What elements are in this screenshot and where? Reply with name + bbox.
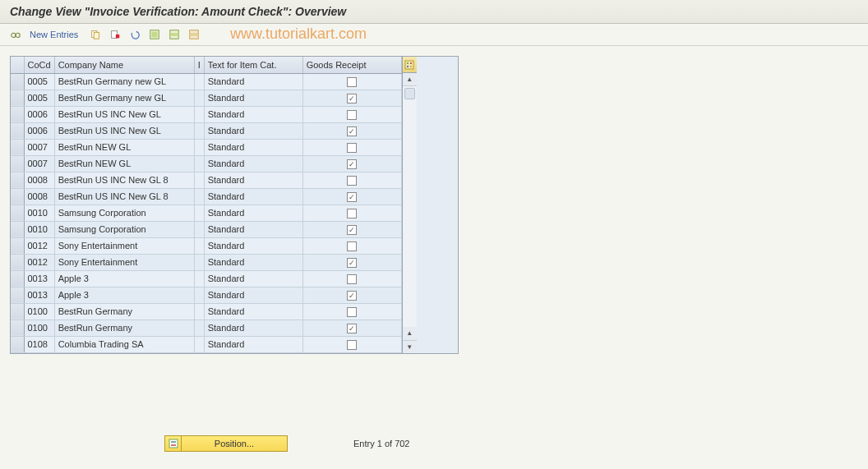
cell-name[interactable]: BestRun US INC New GL bbox=[54, 106, 194, 122]
table-row[interactable]: 0013Apple 3Standard bbox=[11, 270, 401, 287]
cell-i[interactable] bbox=[194, 188, 204, 205]
row-selector[interactable] bbox=[11, 106, 24, 122]
undo-icon[interactable] bbox=[127, 27, 142, 42]
table-row[interactable]: 0008BestRun US INC New GL 8Standard✓ bbox=[11, 188, 401, 205]
cell-i[interactable] bbox=[194, 270, 204, 287]
select-block-icon[interactable] bbox=[167, 27, 182, 42]
table-row[interactable]: 0010Samsung CorporationStandard bbox=[11, 205, 401, 221]
cell-text[interactable]: Standard bbox=[204, 237, 302, 254]
row-selector[interactable] bbox=[11, 303, 24, 320]
cell-text[interactable]: Standard bbox=[204, 73, 302, 90]
cell-name[interactable]: BestRun US INC New GL 8 bbox=[54, 172, 194, 188]
table-row[interactable]: 0007BestRun NEW GLStandard bbox=[11, 139, 401, 155]
cell-name[interactable]: Samsung Corporation bbox=[54, 221, 194, 237]
cell-name[interactable]: Apple 3 bbox=[54, 287, 194, 303]
table-row[interactable]: 0012Sony EntertainmentStandard✓ bbox=[11, 254, 401, 270]
cell-cocd[interactable]: 0007 bbox=[24, 155, 54, 172]
row-selector[interactable] bbox=[11, 254, 24, 270]
row-selector[interactable] bbox=[11, 155, 24, 172]
row-selector[interactable] bbox=[11, 73, 24, 90]
new-entries-button[interactable]: New Entries bbox=[28, 30, 83, 39]
cell-gr[interactable] bbox=[302, 270, 401, 287]
row-selector[interactable] bbox=[11, 270, 24, 287]
row-selector[interactable] bbox=[11, 287, 24, 303]
checkbox-icon[interactable] bbox=[347, 176, 357, 186]
cell-name[interactable]: BestRun Germany new GL bbox=[54, 90, 194, 106]
vertical-scrollbar[interactable]: ▲ ▲ ▼ bbox=[402, 57, 417, 353]
table-row[interactable]: 0005BestRun Germany new GLStandard bbox=[11, 73, 401, 90]
table-row[interactable]: 0005BestRun Germany new GLStandard✓ bbox=[11, 90, 401, 106]
cell-cocd[interactable]: 0100 bbox=[24, 320, 54, 336]
cell-text[interactable]: Standard bbox=[204, 155, 302, 172]
scroll-up2-icon[interactable]: ▲ bbox=[403, 327, 417, 340]
cell-gr[interactable]: ✓ bbox=[302, 221, 401, 237]
cell-text[interactable]: Standard bbox=[204, 270, 302, 287]
cell-name[interactable]: BestRun US INC New GL 8 bbox=[54, 188, 194, 205]
cell-i[interactable] bbox=[194, 106, 204, 122]
row-selector[interactable] bbox=[11, 320, 24, 336]
cell-name[interactable]: BestRun Germany bbox=[54, 320, 194, 336]
checkbox-icon[interactable]: ✓ bbox=[347, 324, 357, 333]
cell-name[interactable]: Apple 3 bbox=[54, 270, 194, 287]
cell-text[interactable]: Standard bbox=[204, 287, 302, 303]
cell-name[interactable]: BestRun Germany new GL bbox=[54, 73, 194, 90]
cell-i[interactable] bbox=[194, 336, 204, 352]
select-all-icon[interactable] bbox=[147, 27, 162, 42]
row-selector[interactable] bbox=[11, 205, 24, 221]
checkbox-icon[interactable]: ✓ bbox=[347, 159, 357, 169]
cell-gr[interactable] bbox=[302, 139, 401, 155]
col-header-name[interactable]: Company Name bbox=[54, 57, 194, 73]
checkbox-icon[interactable]: ✓ bbox=[347, 258, 357, 268]
table-row[interactable]: 0010Samsung CorporationStandard✓ bbox=[11, 221, 401, 237]
cell-text[interactable]: Standard bbox=[204, 205, 302, 221]
cell-text[interactable]: Standard bbox=[204, 303, 302, 320]
cell-cocd[interactable]: 0005 bbox=[24, 73, 54, 90]
cell-text[interactable]: Standard bbox=[204, 139, 302, 155]
cell-text[interactable]: Standard bbox=[204, 90, 302, 106]
glasses-icon[interactable] bbox=[8, 27, 23, 42]
cell-i[interactable] bbox=[194, 237, 204, 254]
cell-name[interactable]: Sony Entertainment bbox=[54, 237, 194, 254]
cell-i[interactable] bbox=[194, 139, 204, 155]
table-row[interactable]: 0108Columbia Trading SAStandard bbox=[11, 336, 401, 352]
cell-cocd[interactable]: 0100 bbox=[24, 303, 54, 320]
cell-cocd[interactable]: 0012 bbox=[24, 237, 54, 254]
scroll-track[interactable] bbox=[403, 86, 417, 327]
table-row[interactable]: 0008BestRun US INC New GL 8Standard bbox=[11, 172, 401, 188]
table-row[interactable]: 0006BestRun US INC New GLStandard✓ bbox=[11, 122, 401, 139]
cell-gr[interactable]: ✓ bbox=[302, 90, 401, 106]
col-header-i[interactable]: I bbox=[194, 57, 204, 73]
cell-gr[interactable] bbox=[302, 106, 401, 122]
cell-text[interactable]: Standard bbox=[204, 320, 302, 336]
cell-cocd[interactable]: 0008 bbox=[24, 188, 54, 205]
checkbox-icon[interactable]: ✓ bbox=[347, 291, 357, 301]
cell-text[interactable]: Standard bbox=[204, 122, 302, 139]
cell-name[interactable]: Sony Entertainment bbox=[54, 254, 194, 270]
cell-gr[interactable]: ✓ bbox=[302, 287, 401, 303]
cell-text[interactable]: Standard bbox=[204, 106, 302, 122]
checkbox-icon[interactable]: ✓ bbox=[347, 126, 357, 136]
cell-text[interactable]: Standard bbox=[204, 336, 302, 352]
position-button[interactable]: Position... bbox=[164, 435, 288, 452]
cell-i[interactable] bbox=[194, 155, 204, 172]
col-header-text[interactable]: Text for Item Cat. bbox=[204, 57, 302, 73]
cell-cocd[interactable]: 0010 bbox=[24, 205, 54, 221]
cell-gr[interactable]: ✓ bbox=[302, 254, 401, 270]
row-selector[interactable] bbox=[11, 90, 24, 106]
row-selector[interactable] bbox=[11, 122, 24, 139]
cell-cocd[interactable]: 0008 bbox=[24, 172, 54, 188]
cell-text[interactable]: Standard bbox=[204, 254, 302, 270]
cell-name[interactable]: BestRun Germany bbox=[54, 303, 194, 320]
checkbox-icon[interactable]: ✓ bbox=[347, 94, 357, 103]
table-row[interactable]: 0013Apple 3Standard✓ bbox=[11, 287, 401, 303]
table-row[interactable]: 0100BestRun GermanyStandard bbox=[11, 303, 401, 320]
row-selector[interactable] bbox=[11, 188, 24, 205]
cell-name[interactable]: BestRun NEW GL bbox=[54, 155, 194, 172]
cell-gr[interactable]: ✓ bbox=[302, 155, 401, 172]
cell-i[interactable] bbox=[194, 254, 204, 270]
select-all-header[interactable] bbox=[11, 57, 24, 73]
cell-text[interactable]: Standard bbox=[204, 188, 302, 205]
row-selector[interactable] bbox=[11, 139, 24, 155]
copy-icon[interactable] bbox=[88, 27, 103, 42]
checkbox-icon[interactable] bbox=[347, 340, 357, 350]
